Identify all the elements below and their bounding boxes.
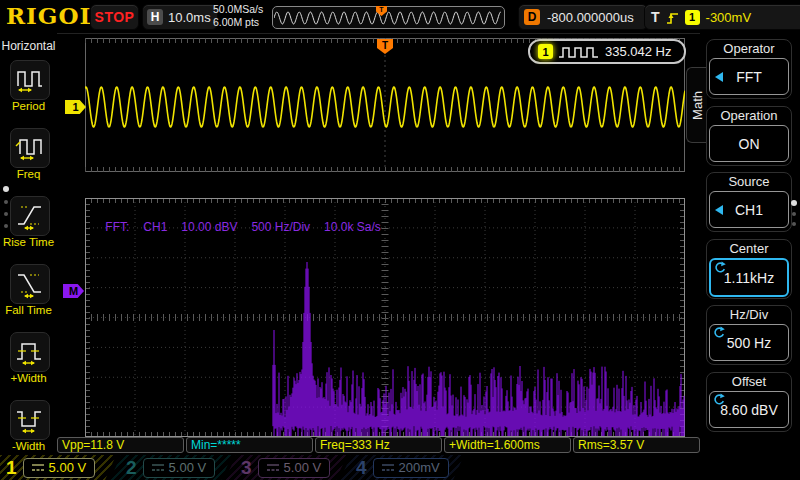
channel-4-scale: 200mV — [399, 460, 440, 475]
measure-item-period[interactable] — [10, 60, 50, 100]
fft-samplerate: 10.0k Sa/s — [324, 220, 381, 234]
rotary-knob-icon — [713, 261, 726, 274]
math-tab-label: Math — [690, 91, 705, 120]
memory-waveform-preview[interactable]: T — [272, 6, 505, 29]
left-menu-horizontal-measure: Horizontal Period Freq — [0, 33, 57, 455]
dc-coupling-icon — [32, 463, 44, 472]
center-value: 1.11kHz — [724, 270, 774, 286]
ch1-position-marker[interactable]: 1 — [65, 100, 86, 114]
measure-label-rise-time: Rise Time — [0, 236, 57, 248]
measure-item-neg-width[interactable] — [10, 400, 50, 440]
measure-item-freq[interactable] — [10, 128, 50, 168]
softkey-source[interactable]: Source CH1 — [706, 172, 792, 232]
dc-coupling-icon — [267, 463, 279, 472]
rise-time-icon — [15, 201, 45, 231]
math-menu-tab[interactable]: Math — [686, 67, 707, 143]
measurement-freq[interactable]: Freq=333 Hz — [315, 437, 442, 453]
counter-value: 335.042 Hz — [605, 44, 672, 59]
fft-title: FFT: — [105, 220, 129, 234]
measure-label-period: Period — [0, 100, 57, 112]
channel-status-bar: 1 5.00 V 2 5.00 V 3 — [0, 455, 800, 480]
measurement-min[interactable]: Min=***** — [186, 437, 313, 453]
source-value: CH1 — [735, 202, 763, 218]
offset-value: 8.60 dBV — [720, 402, 778, 418]
run-state-indicator[interactable]: STOP — [90, 4, 139, 30]
channel-4-status[interactable]: 4 200mV — [340, 455, 464, 480]
channel-2-number: 2 — [126, 457, 137, 479]
minus-width-icon — [15, 405, 45, 435]
operation-label: Operation — [709, 107, 789, 125]
dropdown-arrow-icon — [715, 205, 723, 215]
channel-3-scale: 5.00 V — [284, 460, 322, 475]
channel-3-status[interactable]: 3 5.00 V — [225, 455, 347, 480]
left-menu-title: Horizontal — [0, 39, 57, 53]
measure-item-rise-time[interactable] — [10, 196, 50, 236]
channel-1-scale: 5.00 V — [49, 460, 87, 475]
trigger-edge-icon — [666, 10, 679, 25]
horizontal-timebase-box[interactable]: H 10.0ms — [142, 4, 218, 30]
oscilloscope-screen: RIGOL STOP H 10.0ms 50.0MSa/s 6.00M pts … — [0, 0, 800, 480]
operator-value: FFT — [736, 69, 762, 85]
delay-icon: D — [524, 9, 540, 25]
hzdiv-value: 500 Hz — [727, 335, 771, 351]
right-menu-math: Math Operator FFT Operation ON Source CH… — [700, 33, 800, 455]
counter-source-badge: 1 — [538, 44, 553, 59]
channel-2-scale-box: 5.00 V — [143, 458, 216, 478]
preview-wave-icon — [274, 8, 501, 27]
softkey-operator[interactable]: Operator FFT — [706, 39, 792, 99]
channel-2-scale: 5.00 V — [169, 460, 207, 475]
offset-label: Offset — [709, 373, 789, 391]
square-wave-icon — [559, 45, 599, 59]
channel-1-status[interactable]: 1 5.00 V — [0, 455, 116, 480]
plus-width-icon — [15, 337, 45, 367]
channel-2-status[interactable]: 2 5.00 V — [110, 455, 232, 480]
rotary-knob-icon — [712, 326, 725, 339]
fft-scale: 10.00 dBV — [181, 220, 237, 234]
period-icon — [15, 65, 45, 95]
softkey-center[interactable]: Center 1.11kHz — [706, 239, 792, 299]
brand-logo: RIGOL — [6, 2, 97, 29]
softkey-hzdiv[interactable]: Hz/Div 500 Hz — [706, 305, 792, 365]
channel-4-scale-box: 200mV — [373, 458, 449, 478]
left-menu-page-dots — [3, 186, 9, 228]
delay-readout-box[interactable]: D -800.000000us — [518, 4, 648, 30]
fft-header-text: FFT:CH110.00 dBV500 Hz/Div10.0k Sa/s — [92, 206, 395, 248]
math-position-marker[interactable]: M — [63, 284, 84, 298]
measurement-pwidth[interactable]: +Width=1.600ms — [444, 437, 571, 453]
channel-1-scale-box: 5.00 V — [23, 458, 96, 478]
hzdiv-label: Hz/Div — [709, 306, 789, 324]
status-bar: RIGOL STOP H 10.0ms 50.0MSa/s 6.00M pts … — [0, 0, 800, 34]
measurement-vpp[interactable]: Vpp=11.8 V — [57, 437, 184, 453]
channel-4-number: 4 — [356, 457, 367, 479]
measure-label-pos-width: +Width — [0, 372, 57, 384]
dc-coupling-icon — [152, 463, 164, 472]
trigger-label: T — [651, 9, 660, 25]
sample-rate: 50.0MSa/s — [213, 3, 263, 16]
fft-spectrum-trace — [273, 262, 684, 436]
delay-value: -800.000000us — [547, 10, 634, 25]
measure-label-neg-width: -Width — [0, 440, 57, 452]
softkey-offset[interactable]: Offset 8.60 dBV — [706, 372, 792, 432]
channel-1-number: 1 — [6, 457, 17, 479]
trigger-readout-box[interactable]: T 1 -300mV — [644, 4, 800, 30]
channel-3-number: 3 — [241, 457, 252, 479]
right-menu-page-dots — [791, 200, 797, 226]
fft-hzdiv: 500 Hz/Div — [251, 220, 310, 234]
trigger-level-value: -300mV — [706, 10, 752, 25]
rotary-knob-icon — [712, 393, 725, 406]
measure-item-fall-time[interactable] — [10, 264, 50, 304]
acquisition-info: 50.0MSa/s 6.00M pts — [213, 3, 263, 29]
softkey-operation[interactable]: Operation ON — [706, 106, 792, 166]
fft-source: CH1 — [143, 220, 167, 234]
channel-3-scale-box: 5.00 V — [258, 458, 331, 478]
center-label: Center — [709, 240, 789, 258]
frequency-counter: 1 335.042 Hz — [528, 39, 686, 64]
measure-label-fall-time: Fall Time — [0, 304, 57, 316]
measure-item-pos-width[interactable] — [10, 332, 50, 372]
source-label: Source — [709, 173, 789, 191]
freq-icon — [15, 133, 45, 163]
fall-time-icon — [15, 269, 45, 299]
timebase-value: 10.0ms — [168, 10, 211, 25]
measurement-rms[interactable]: Rms=3.57 V — [573, 437, 700, 453]
measure-label-freq: Freq — [0, 168, 57, 180]
